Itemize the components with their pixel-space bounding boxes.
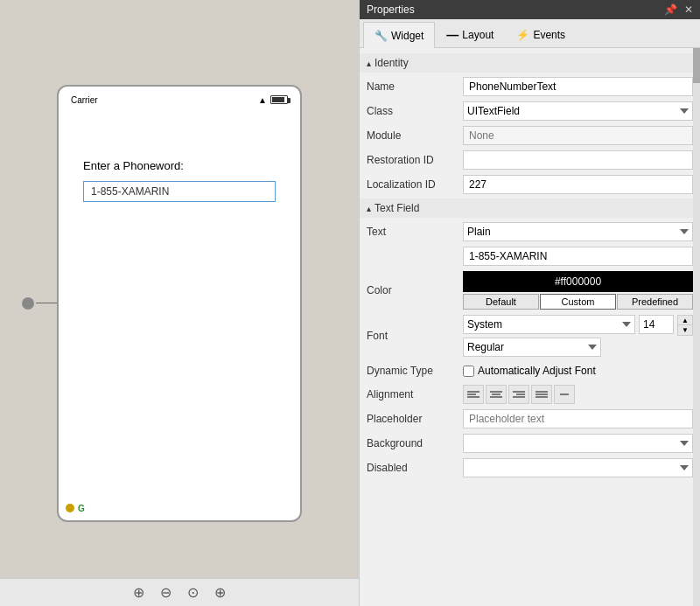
- g-indicator: G: [78, 504, 85, 513]
- class-value: UITextField: [463, 101, 693, 121]
- dynamic-type-checkbox[interactable]: [463, 366, 474, 377]
- disabled-label: Disabled: [367, 462, 463, 474]
- align-left-icon: [467, 390, 480, 399]
- scrollbar-thumb[interactable]: [693, 48, 700, 83]
- align-left-button[interactable]: [463, 385, 484, 404]
- restoration-id-input[interactable]: [463, 150, 693, 170]
- properties-panel: Properties 📌 ✕ 🔧 Widget — Layout ⚡ Event…: [359, 0, 700, 606]
- restoration-id-label: Restoration ID: [367, 154, 463, 166]
- tab-layout[interactable]: — Layout: [435, 22, 505, 47]
- text-type-select[interactable]: Plain: [463, 222, 693, 241]
- identity-section-header: ▴ Identity: [360, 53, 700, 73]
- events-icon: ⚡: [516, 29, 529, 41]
- restoration-id-row: Restoration ID: [360, 148, 700, 172]
- placeholder-value: [463, 409, 693, 428]
- name-row: Name: [360, 74, 700, 99]
- text-field-section-label: Text Field: [374, 202, 419, 214]
- text-type-row: Text Plain: [360, 219, 700, 244]
- color-value-area: #ff000000 Default Custom Predefined: [463, 271, 693, 310]
- color-buttons-group: Default Custom Predefined: [463, 294, 693, 310]
- zoom-reset-button[interactable]: ⊕: [211, 582, 229, 603]
- localization-id-value: [463, 175, 693, 194]
- dynamic-type-checkbox-row: Automatically Adjust Font: [463, 365, 693, 377]
- alignment-buttons: [463, 385, 693, 404]
- text-type-label: Text: [367, 226, 463, 238]
- align-right-icon: [513, 390, 525, 399]
- font-size-down-button[interactable]: ▼: [678, 325, 692, 335]
- localization-id-row: Localization ID: [360, 172, 700, 197]
- identity-collapse-arrow[interactable]: ▴: [367, 59, 371, 68]
- bottom-indicators: G: [66, 504, 85, 513]
- text-type-value: Plain: [463, 222, 693, 241]
- properties-tabs: 🔧 Widget — Layout ⚡ Events: [360, 19, 700, 48]
- localization-id-label: Localization ID: [367, 178, 463, 191]
- phone-frame: Carrier ▲ Enter a Phoneword: G: [57, 85, 302, 522]
- localization-id-input[interactable]: [463, 175, 693, 194]
- phone-input[interactable]: [83, 181, 276, 202]
- module-label: Module: [367, 129, 463, 142]
- module-row: Module: [360, 123, 700, 148]
- align-none-icon: [558, 390, 570, 399]
- battery-icon: [270, 95, 288, 104]
- zoom-out-button[interactable]: ⊖: [157, 582, 175, 603]
- orange-indicator: [66, 504, 74, 512]
- dynamic-type-row: Dynamic Type Automatically Adjust Font: [360, 359, 700, 382]
- name-value: [463, 77, 693, 96]
- tab-widget[interactable]: 🔧 Widget: [363, 22, 435, 48]
- text-field-section-header: ▴ Text Field: [360, 199, 700, 218]
- restoration-id-value: [463, 150, 693, 170]
- zoom-toolbar: ⊕ ⊖ ⊙ ⊕: [0, 578, 359, 606]
- align-center-button[interactable]: [486, 385, 507, 404]
- placeholder-input[interactable]: [463, 409, 693, 428]
- font-style-row: Regular: [463, 338, 693, 357]
- class-select[interactable]: UITextField: [463, 101, 693, 121]
- module-value: [463, 126, 693, 145]
- color-block[interactable]: #ff000000: [463, 271, 693, 292]
- color-default-button[interactable]: Default: [463, 294, 539, 310]
- color-hex-value: #ff000000: [555, 275, 601, 288]
- align-right-button[interactable]: [508, 385, 529, 404]
- align-justify-button[interactable]: [531, 385, 552, 404]
- text-value-row: [360, 244, 700, 268]
- font-size-up-button[interactable]: ▲: [678, 316, 692, 325]
- background-select[interactable]: [463, 434, 693, 453]
- text-value-input[interactable]: [463, 247, 693, 266]
- font-label: Font: [367, 330, 463, 342]
- align-none-button[interactable]: [554, 385, 575, 404]
- zoom-fit-button[interactable]: ⊙: [184, 582, 202, 603]
- identity-section-label: Identity: [374, 57, 409, 69]
- background-row: Background: [360, 431, 700, 456]
- disabled-row: Disabled: [360, 456, 700, 480]
- color-predefined-button[interactable]: Predefined: [617, 294, 693, 310]
- font-size-input[interactable]: [639, 315, 674, 334]
- tab-events[interactable]: ⚡ Events: [505, 22, 577, 47]
- color-row: Color #ff000000 Default Custom Predefine…: [360, 268, 700, 312]
- color-custom-button[interactable]: Custom: [540, 294, 616, 310]
- properties-content: ▴ Identity Name Class UITextField: [360, 48, 700, 484]
- tab-events-label: Events: [533, 29, 565, 41]
- close-icon[interactable]: ✕: [684, 3, 693, 16]
- pin-icon[interactable]: 📌: [664, 3, 677, 16]
- font-size-spinner: ▲ ▼: [677, 315, 693, 336]
- font-style-select[interactable]: Regular: [463, 338, 601, 357]
- disabled-select[interactable]: [463, 458, 693, 477]
- dynamic-type-label: Dynamic Type: [367, 365, 463, 377]
- class-label: Class: [367, 105, 463, 117]
- widget-icon: 🔧: [374, 30, 388, 42]
- font-family-row: System ▲ ▼: [463, 315, 693, 336]
- placeholder-label: Placeholder: [367, 413, 463, 425]
- align-justify-icon: [536, 390, 548, 399]
- disabled-value: [463, 458, 693, 477]
- color-label: Color: [367, 284, 463, 296]
- name-input[interactable]: [463, 77, 693, 96]
- text-field-collapse-arrow[interactable]: ▴: [367, 204, 371, 213]
- zoom-in-button[interactable]: ⊕: [130, 582, 148, 603]
- wifi-signal-icon: ▲: [258, 95, 267, 105]
- font-family-select[interactable]: System: [463, 315, 635, 334]
- properties-scroll-container: ▴ Identity Name Class UITextField: [360, 48, 700, 606]
- text-value-input-wrapper: [463, 247, 693, 266]
- dynamic-type-text: Automatically Adjust Font: [478, 365, 596, 377]
- font-row: Font System ▲ ▼ Regular: [360, 312, 700, 359]
- arrow-start: [22, 297, 34, 310]
- alignment-buttons-group: [463, 385, 693, 404]
